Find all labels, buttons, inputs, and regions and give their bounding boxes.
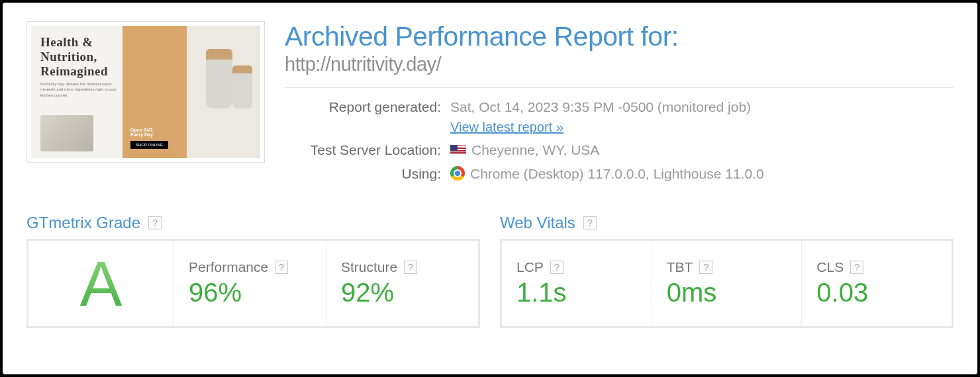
thumb-headline: Health & Nutrition, Reimagined xyxy=(40,35,108,79)
grade-letter-box: A xyxy=(28,241,174,326)
report-title: Archived Performance Report for: xyxy=(285,21,954,52)
tbt-box: TBT ? 0ms xyxy=(652,241,803,326)
structure-value: 92% xyxy=(341,278,464,308)
lcp-label-row: LCP ? xyxy=(516,259,637,275)
thumb-shop-button: SHOP ONLINE xyxy=(130,141,168,149)
using-value: Chrome (Desktop) 117.0.0.0, Lighthouse 1… xyxy=(470,164,764,183)
generated-value: Sat, Oct 14, 2023 9:35 PM -0500 (monitor… xyxy=(450,97,751,116)
site-thumbnail: Health & Nutrition, Reimagined Nutritivi… xyxy=(26,21,265,163)
lcp-box: LCP ? 1.1s xyxy=(502,241,652,326)
help-icon[interactable]: ? xyxy=(148,216,162,230)
meta-generated-row: Report generated: Sat, Oct 14, 2023 9:35… xyxy=(285,97,954,136)
report-url: http://nutritivity.day/ xyxy=(285,54,954,88)
cls-box: CLS ? 0.03 xyxy=(802,241,952,326)
chrome-icon xyxy=(450,166,465,181)
help-icon[interactable]: ? xyxy=(404,261,417,274)
location-value: Cheyenne, WY, USA xyxy=(471,140,599,159)
cls-value: 0.03 xyxy=(816,278,937,308)
metrics-row: GTmetrix Grade ? A Performance ? 96% Str… xyxy=(26,214,954,328)
lcp-label: LCP xyxy=(516,259,544,275)
meta-location-row: Test Server Location: Cheyenne, WY, USA xyxy=(285,140,954,159)
help-icon[interactable]: ? xyxy=(275,261,288,274)
generated-label: Report generated: xyxy=(285,97,450,116)
using-label: Using: xyxy=(285,164,450,183)
thumb-open-text: Open 24/7, Every Day xyxy=(130,128,154,137)
tbt-label: TBT xyxy=(667,259,693,275)
help-icon[interactable]: ? xyxy=(699,261,712,274)
thumb-jar-small xyxy=(232,65,252,108)
report-frame: Health & Nutrition, Reimagined Nutritivi… xyxy=(3,3,977,374)
help-icon[interactable]: ? xyxy=(583,216,597,230)
header-main: Archived Performance Report for: http://… xyxy=(285,21,954,187)
thumb-jar xyxy=(206,49,232,108)
vitals-boxes: LCP ? 1.1s TBT ? 0ms CLS ? xyxy=(500,239,954,328)
grade-title-text: GTmetrix Grade xyxy=(26,214,140,232)
cls-label: CLS xyxy=(816,259,844,275)
view-latest-link[interactable]: View latest report » xyxy=(450,118,564,136)
structure-label-row: Structure ? xyxy=(341,259,464,275)
using-value-wrap: Chrome (Desktop) 117.0.0.0, Lighthouse 1… xyxy=(450,164,764,183)
vitals-group: Web Vitals ? LCP ? 1.1s TBT ? 0ms xyxy=(500,214,954,328)
grade-boxes: A Performance ? 96% Structure ? 92% xyxy=(26,239,480,328)
tbt-label-row: TBT ? xyxy=(667,259,787,275)
performance-box: Performance ? 96% xyxy=(174,241,326,326)
structure-label: Structure xyxy=(341,259,397,275)
generated-value-col: Sat, Oct 14, 2023 9:35 PM -0500 (monitor… xyxy=(450,97,751,136)
cls-label-row: CLS ? xyxy=(816,259,937,275)
performance-value: 96% xyxy=(189,278,311,308)
help-icon[interactable]: ? xyxy=(850,261,863,274)
grade-letter: A xyxy=(79,252,122,315)
performance-label: Performance xyxy=(189,259,268,275)
thumb-photo xyxy=(40,115,93,151)
performance-label-row: Performance ? xyxy=(189,259,311,275)
vitals-title-text: Web Vitals xyxy=(500,214,575,232)
report-header: Health & Nutrition, Reimagined Nutritivi… xyxy=(26,21,954,187)
help-icon[interactable]: ? xyxy=(550,261,564,274)
vitals-section-title: Web Vitals ? xyxy=(500,214,954,232)
meta-using-row: Using: Chrome (Desktop) 117.0.0.0, Light… xyxy=(285,164,954,183)
grade-group: GTmetrix Grade ? A Performance ? 96% Str… xyxy=(26,214,480,328)
thumbnail-preview: Health & Nutrition, Reimagined Nutritivi… xyxy=(31,26,260,158)
lcp-value: 1.1s xyxy=(516,278,637,308)
thumb-subtext: Nutritivity day delivers the freshest su… xyxy=(40,81,120,98)
location-label: Test Server Location: xyxy=(285,140,450,159)
grade-section-title: GTmetrix Grade ? xyxy=(26,214,480,232)
us-flag-icon xyxy=(450,145,466,155)
structure-box: Structure ? 92% xyxy=(326,241,478,326)
location-value-wrap: Cheyenne, WY, USA xyxy=(450,140,599,159)
tbt-value: 0ms xyxy=(667,278,787,308)
